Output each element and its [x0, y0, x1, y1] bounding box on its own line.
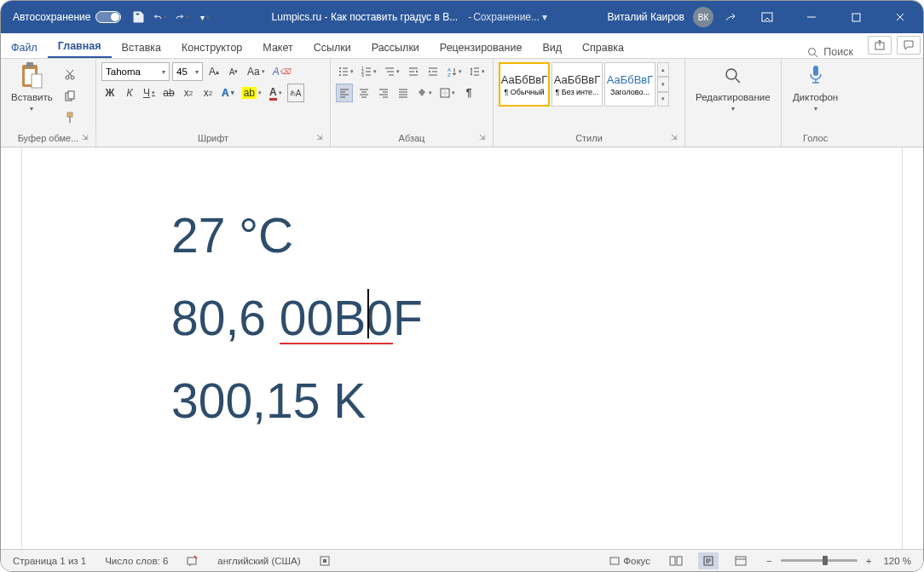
- qat-customize-icon[interactable]: ▾: [198, 10, 211, 24]
- tab-references[interactable]: Ссылки: [303, 38, 361, 58]
- copy-button[interactable]: [61, 87, 78, 106]
- cut-button[interactable]: [61, 66, 78, 84]
- group-voice: Диктофон ▾ Голос: [782, 59, 850, 147]
- multilevel-button[interactable]: [382, 62, 402, 81]
- maximize-button[interactable]: [836, 1, 875, 33]
- share-button[interactable]: [868, 36, 892, 55]
- svg-rect-29: [670, 557, 675, 565]
- undo-icon[interactable]: [153, 10, 167, 24]
- zoom-out-button[interactable]: −: [763, 556, 776, 566]
- highlight-button[interactable]: ab: [240, 84, 264, 102]
- align-center-button[interactable]: [355, 84, 372, 102]
- tab-file[interactable]: Файл: [1, 38, 48, 58]
- italic-button[interactable]: К: [121, 84, 138, 102]
- clear-format-button[interactable]: A⌫: [270, 62, 293, 81]
- align-left-button[interactable]: [336, 84, 353, 102]
- shading-button[interactable]: [414, 84, 435, 102]
- close-button[interactable]: [881, 1, 920, 33]
- text-line-2[interactable]: 80,6 00B0F: [171, 277, 902, 360]
- print-layout-view[interactable]: [698, 552, 719, 569]
- group-paragraph: 123 AZ ¶ Абзац⇲: [331, 59, 494, 147]
- editing-button[interactable]: Редактирование ▾: [690, 62, 776, 113]
- decrease-indent-button[interactable]: [405, 62, 422, 81]
- comments-button[interactable]: [897, 36, 921, 55]
- tab-view[interactable]: Вид: [532, 38, 572, 58]
- font-name-combo[interactable]: Tahoma: [101, 62, 170, 81]
- zoom-in-button[interactable]: +: [863, 556, 875, 566]
- zoom-slider[interactable]: [781, 559, 858, 562]
- language-status[interactable]: английский (США): [214, 550, 303, 571]
- document-workspace[interactable]: 27 °C 80,6 00B0F 300,15 K: [1, 147, 923, 549]
- svg-point-15: [339, 71, 341, 72]
- document-page[interactable]: 27 °C 80,6 00B0F 300,15 K: [21, 147, 903, 549]
- style-nospace[interactable]: АаБбВвГ¶ Без инте...: [552, 62, 603, 107]
- bullets-button[interactable]: [336, 62, 356, 81]
- microphone-icon: [802, 62, 829, 90]
- strike-button[interactable]: ab: [160, 84, 177, 102]
- shrink-font-button[interactable]: A▾: [225, 62, 242, 81]
- line-spacing-button[interactable]: [467, 62, 488, 81]
- spell-check-status[interactable]: [183, 550, 202, 571]
- bold-button[interactable]: Ж: [101, 84, 118, 102]
- group-styles: АаБбВвГ¶ Обычный АаБбВвГ¶ Без инте... Аа…: [494, 59, 685, 147]
- autosave-toggle[interactable]: Автосохранение: [13, 11, 121, 23]
- text-line-3[interactable]: 300,15 K: [171, 360, 902, 442]
- web-layout-view[interactable]: [731, 552, 751, 569]
- paragraph-marks-button[interactable]: ¶: [460, 84, 477, 102]
- tab-insert[interactable]: Вставка: [112, 38, 171, 58]
- redo-icon[interactable]: [176, 10, 189, 24]
- focus-mode[interactable]: Фокус: [606, 550, 654, 571]
- font-size-combo[interactable]: 45: [172, 62, 203, 81]
- launcher-icon[interactable]: ⇲: [479, 133, 486, 142]
- launcher-icon[interactable]: ⇲: [671, 133, 678, 142]
- near-share-icon[interactable]: [724, 10, 737, 24]
- tab-help[interactable]: Справка: [572, 38, 634, 58]
- tab-mailings[interactable]: Рассылки: [361, 38, 430, 58]
- spelling-error[interactable]: 00B0: [280, 294, 393, 344]
- user-avatar[interactable]: ВК: [693, 7, 713, 27]
- toggle-switch[interactable]: [95, 11, 121, 23]
- style-normal[interactable]: АаБбВвГ¶ Обычный: [499, 62, 550, 107]
- group-editing: Редактирование ▾: [685, 59, 782, 147]
- read-mode-view[interactable]: [666, 552, 686, 569]
- tab-home[interactable]: Главная: [48, 36, 112, 58]
- svg-point-14: [339, 67, 341, 69]
- macro-status[interactable]: [316, 550, 333, 571]
- saving-status: -Сохранение... ▾: [468, 11, 547, 23]
- font-color-button[interactable]: A: [267, 84, 285, 102]
- launcher-icon[interactable]: ⇲: [82, 133, 89, 142]
- increase-indent-button[interactable]: [424, 62, 442, 81]
- autosave-label: Автосохранение: [13, 11, 90, 23]
- tab-layout[interactable]: Макет: [252, 38, 303, 58]
- superscript-button[interactable]: x2: [199, 84, 217, 102]
- justify-button[interactable]: [395, 84, 412, 102]
- underline-button[interactable]: Ч: [141, 84, 158, 102]
- tab-review[interactable]: Рецензирование: [430, 38, 533, 58]
- ribbon-display-icon[interactable]: [748, 1, 787, 33]
- text-effects-button[interactable]: A: [219, 84, 237, 102]
- launcher-icon[interactable]: ⇲: [316, 133, 323, 142]
- tab-design[interactable]: Конструктор: [171, 38, 252, 58]
- phonetic-button[interactable]: あA: [287, 84, 304, 102]
- borders-button[interactable]: [437, 84, 458, 102]
- word-count[interactable]: Число слов: 6: [101, 550, 171, 571]
- dictate-button[interactable]: Диктофон ▾: [788, 62, 843, 113]
- numbering-button[interactable]: 123: [359, 62, 379, 81]
- grow-font-button[interactable]: A▴: [205, 62, 222, 81]
- change-case-button[interactable]: Aa: [245, 62, 268, 81]
- format-painter-button[interactable]: [61, 108, 78, 127]
- user-name[interactable]: Виталий Каиров: [607, 11, 684, 23]
- styles-gallery-nav[interactable]: ▴▾▾: [657, 62, 669, 107]
- zoom-level[interactable]: 120 %: [880, 556, 915, 566]
- save-icon[interactable]: [131, 10, 145, 24]
- document-title: Lumpics.ru - Как поставить градус в B...: [272, 11, 459, 23]
- search-box[interactable]: Поиск: [795, 46, 865, 58]
- subscript-button[interactable]: x2: [180, 84, 197, 102]
- style-heading1[interactable]: АаБбВвГЗаголово...: [604, 62, 655, 107]
- page-status[interactable]: Страница 1 из 1: [9, 550, 90, 571]
- paste-button[interactable]: Вставить ▾: [6, 62, 58, 113]
- sort-button[interactable]: AZ: [444, 62, 465, 81]
- minimize-button[interactable]: [792, 1, 831, 33]
- text-line-1[interactable]: 27 °C: [171, 194, 902, 277]
- align-right-button[interactable]: [375, 84, 392, 102]
